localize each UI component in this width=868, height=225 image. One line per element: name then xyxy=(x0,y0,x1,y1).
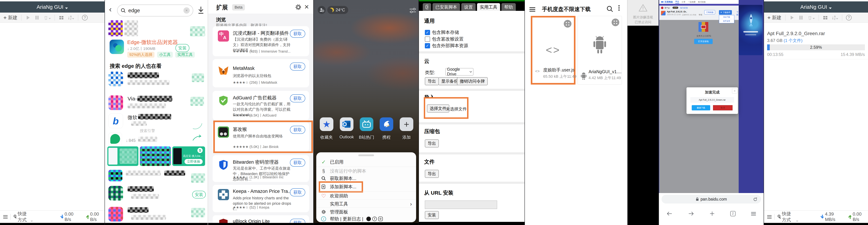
back-icon[interactable]: ‹ xyxy=(109,5,112,13)
promo-banner[interactable] xyxy=(739,5,763,55)
view-grid-button[interactable] xyxy=(59,15,64,20)
censored-app-row[interactable] xyxy=(105,207,208,223)
dock-icon-outlook[interactable] xyxy=(340,117,353,131)
dock-icon-favorites[interactable]: ★ xyxy=(320,117,333,131)
revoke-token-button[interactable]: 撤销访问令牌 xyxy=(457,77,488,85)
censored-app-row[interactable]: Via- xyxy=(105,95,208,111)
shortcut-menu[interactable]: 快捷方式 xyxy=(777,211,798,223)
start-button[interactable] xyxy=(789,15,795,20)
tab-new-script[interactable] xyxy=(423,3,431,11)
extension-card[interactable]: 中 A 沉浸式翻译 - 网页翻译插件 |... 【沉浸式翻译】免费的（原文/译文… xyxy=(213,26,309,56)
extension-card[interactable]: Bitwarden 密码管理器 无论是在家中、工作中还是在旅途中，Bitward… xyxy=(213,155,309,182)
delete-button[interactable] xyxy=(43,15,51,20)
start-button[interactable] xyxy=(25,15,31,20)
tab-help[interactable]: 帮助 xyxy=(501,3,516,11)
downloads-button[interactable] xyxy=(197,6,205,15)
weather-widget[interactable]: 24°C xyxy=(327,6,348,14)
menu-item-utilities[interactable]: 实用工具 › xyxy=(316,200,416,207)
refresh-icon[interactable] xyxy=(753,197,757,202)
nav-add-icon[interactable] xyxy=(710,211,715,216)
nav-menu-icon[interactable] xyxy=(751,211,756,216)
dock-icon-ctrip[interactable] xyxy=(380,117,393,131)
get-button[interactable]: 获取 xyxy=(290,94,305,102)
extension-card-tampermonkey[interactable]: 篡改猴 使用用户脚本自由地改变网络 ★★★★★ (5.0K)丨Jan Binio… xyxy=(213,122,309,152)
clear-search-icon[interactable]: × xyxy=(183,7,190,13)
tab-settings[interactable]: 设置 xyxy=(461,3,476,11)
dock-icon-add[interactable]: + xyxy=(400,117,413,131)
menu-item-get-scripts[interactable]: 获取新脚本... xyxy=(316,175,416,182)
extension-card[interactable]: AdGuard 广告拦截器 一款无与伦比的广告拦截扩展，用以对抗各式广告与弹窗。… xyxy=(213,91,309,120)
dropdown-item[interactable]: Aria下载 xyxy=(719,15,734,19)
help-button[interactable]: ? xyxy=(82,15,88,21)
sliders-icon[interactable] xyxy=(409,8,416,13)
menu-item-add-script[interactable]: 添加新脚本... xyxy=(316,183,416,190)
get-button[interactable]: 获取 xyxy=(290,126,305,134)
nav-forward-icon[interactable] xyxy=(688,211,694,216)
get-button[interactable]: 获取 xyxy=(290,188,305,196)
view-grid-button[interactable] xyxy=(823,15,828,20)
download-helper-button[interactable]: 下载助手 xyxy=(719,10,732,15)
censored-app-row[interactable]: 安装 xyxy=(105,186,208,203)
new-task-button[interactable]: + 新建 xyxy=(768,15,781,21)
check-include-resources[interactable]: ✓ 包含外部脚本资源 xyxy=(425,43,468,49)
menu-item-dashboard[interactable]: 管理面板 xyxy=(316,208,416,216)
instagram-icon[interactable] xyxy=(378,217,383,221)
extension-card[interactable]: MetaMask 浏览器中的以太坊钱包 ★★★★☆ (256)丨MetaMask… xyxy=(213,59,309,87)
menu-item-help[interactable]: i 帮助 | 更新日志 | f xyxy=(316,215,416,223)
install-button[interactable]: 安装 xyxy=(192,191,206,198)
ad-banner-row[interactable]: S 讯元宝·接入De... 立即体验 xyxy=(105,146,208,166)
mini-tab[interactable]: 一刻相册 xyxy=(688,1,695,3)
search-icon[interactable] xyxy=(606,5,614,12)
kebab-menu-icon[interactable] xyxy=(618,5,620,11)
profile-button[interactable] xyxy=(318,6,326,14)
install-button[interactable]: 安装 xyxy=(176,44,189,52)
new-task-button[interactable]: + 新建 xyxy=(3,15,18,21)
cloud-type-select[interactable]: Google Drive xyxy=(445,68,473,76)
ariang-left-titlebar[interactable]: AriaNg GUI xyxy=(0,1,104,12)
menu-item-donate[interactable]: ♡ 欢迎捐助 xyxy=(316,192,416,199)
dock-icon-bilibili[interactable] xyxy=(360,117,373,131)
mini-tab[interactable]: 格式转换 xyxy=(698,1,706,3)
extension-card[interactable]: Keepa - Amazon Price Tra... Adds price h… xyxy=(213,185,309,212)
tab-utilities[interactable]: 实用工具 xyxy=(477,3,500,11)
check-include-storage[interactable]: ✓ 包含脚本存储 xyxy=(425,29,459,35)
url-install-button[interactable]: 安装 xyxy=(425,211,439,219)
delete-button[interactable] xyxy=(807,15,815,20)
ad-cta-button[interactable]: 立即体验 xyxy=(185,159,203,164)
open-archive-button[interactable]: 打开压缩包 xyxy=(694,39,713,44)
censored-app-row[interactable] xyxy=(105,170,208,184)
gear-icon[interactable] xyxy=(294,3,302,11)
facebook-icon[interactable]: f xyxy=(372,217,377,221)
shortcut-menu[interactable]: 快捷方式 xyxy=(13,211,33,223)
menu-icon[interactable] xyxy=(767,214,772,219)
dialog-cancel-button[interactable]: 取消 xyxy=(713,105,733,110)
cloud-export-button[interactable]: 导出 xyxy=(425,77,439,85)
social-icons[interactable]: f xyxy=(366,217,383,221)
close-icon[interactable]: × xyxy=(304,2,309,11)
get-button[interactable]: 获取 xyxy=(290,159,305,167)
get-button[interactable]: 获取 xyxy=(290,62,305,71)
drag-handle[interactable] xyxy=(358,154,374,156)
censored-app-row[interactable] xyxy=(105,72,208,89)
expand-icon[interactable] xyxy=(612,19,619,26)
check-include-settings[interactable]: 包含篡改猴设置 xyxy=(425,36,464,42)
sort-button[interactable]: ↓ A Z xyxy=(68,15,74,21)
url-bar[interactable]: pan.baidu.com xyxy=(661,195,761,203)
tab-installed-scripts[interactable]: 已安装脚本 xyxy=(433,3,460,11)
menu-icon[interactable] xyxy=(529,6,535,12)
dialog-confirm-button[interactable]: 极速下载 xyxy=(692,105,710,110)
url-input[interactable] xyxy=(425,200,497,209)
subscribe-button[interactable]: 订阅链接 xyxy=(704,10,715,14)
ariang-right-titlebar[interactable]: AriaNg GUI xyxy=(764,1,868,12)
report-link[interactable]: 举报 xyxy=(699,13,702,16)
dropdown-item[interactable]: 助手设置 xyxy=(719,19,734,23)
download-task-row[interactable]: Apt Full_2.9.2.0_Green.rar 3.67 GB (1 个文… xyxy=(764,28,868,59)
search-input[interactable]: edge × xyxy=(117,4,193,17)
help-button[interactable]: ? xyxy=(846,15,851,21)
pause-button[interactable] xyxy=(798,15,804,20)
file-export-button[interactable]: 导出 xyxy=(425,170,439,178)
censored-app-row[interactable]: ↓ 845 xyxy=(105,133,208,147)
mini-tab[interactable]: 网盘 xyxy=(675,0,679,3)
pause-button[interactable] xyxy=(34,15,40,20)
expand-icon[interactable] xyxy=(564,20,571,28)
